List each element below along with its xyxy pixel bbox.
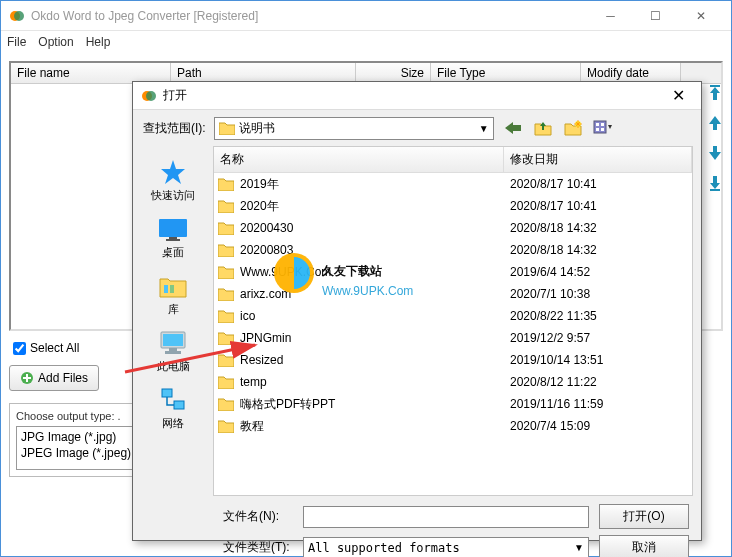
svg-rect-10	[601, 123, 604, 126]
file-date: 2019/10/14 13:51	[510, 353, 688, 367]
col-path[interactable]: Path	[171, 63, 356, 83]
svg-rect-14	[169, 237, 177, 239]
menubar: File Option Help	[1, 31, 731, 53]
folder-icon	[218, 419, 234, 433]
titlebar: Okdo Word to Jpeg Converter [Registered]…	[1, 1, 731, 31]
places-bar: 快速访问 桌面 库 此电脑 网络	[133, 146, 213, 496]
folder-icon	[218, 265, 234, 279]
reorder-arrows	[706, 84, 724, 192]
place-network[interactable]: 网络	[138, 382, 208, 435]
file-date: 2020/8/17 10:41	[510, 199, 688, 213]
file-row[interactable]: arixz.com2020/7/1 10:38	[214, 283, 692, 305]
file-row[interactable]: 2019年2020/8/17 10:41	[214, 173, 692, 195]
file-name: arixz.com	[240, 287, 510, 301]
file-date: 2019/12/2 9:57	[510, 331, 688, 345]
add-files-button[interactable]: Add Files	[9, 365, 99, 391]
move-top-icon[interactable]	[706, 84, 724, 102]
star-icon	[159, 158, 187, 186]
folder-icon	[218, 397, 234, 411]
folder-icon	[218, 199, 234, 213]
file-date: 2020/8/18 14:32	[510, 243, 688, 257]
col-size[interactable]: Size	[356, 63, 431, 83]
new-folder-button[interactable]	[562, 117, 584, 139]
up-folder-button[interactable]	[532, 117, 554, 139]
file-row[interactable]: temp2020/8/12 11:22	[214, 371, 692, 393]
svg-rect-23	[174, 401, 184, 409]
view-menu-button[interactable]	[592, 117, 614, 139]
file-row[interactable]: 教程2020/7/4 15:09	[214, 415, 692, 437]
file-name: 20200803	[240, 243, 510, 257]
file-date: 2019/11/16 11:59	[510, 397, 688, 411]
open-button[interactable]: 打开(O)	[599, 504, 689, 529]
menu-file[interactable]: File	[7, 35, 26, 49]
filelist-col-date[interactable]: 修改日期	[504, 147, 692, 172]
folder-icon	[218, 243, 234, 257]
menu-help[interactable]: Help	[86, 35, 111, 49]
col-filename[interactable]: File name	[11, 63, 171, 83]
file-date: 2020/8/12 11:22	[510, 375, 688, 389]
file-row[interactable]: 嗨格式PDF转PPT2019/11/16 11:59	[214, 393, 692, 415]
file-name: ico	[240, 309, 510, 323]
lookin-combo[interactable]: 说明书 ▼	[214, 117, 494, 140]
folder-icon	[218, 309, 234, 323]
dialog-titlebar: 打开 ✕	[133, 82, 701, 110]
maximize-button[interactable]: ☐	[633, 2, 678, 30]
file-row[interactable]: Www.9UPK.Com2019/6/4 14:52	[214, 261, 692, 283]
place-desktop[interactable]: 桌面	[138, 211, 208, 264]
cancel-button[interactable]: 取消	[599, 535, 689, 557]
svg-point-6	[146, 91, 156, 101]
filename-label: 文件名(N):	[223, 508, 293, 525]
svg-rect-16	[164, 285, 168, 293]
place-library[interactable]: 库	[138, 268, 208, 321]
svg-rect-13	[159, 219, 187, 237]
folder-icon	[218, 287, 234, 301]
file-row[interactable]: JPNGmin2019/12/2 9:57	[214, 327, 692, 349]
place-thispc[interactable]: 此电脑	[138, 325, 208, 378]
place-quick-access[interactable]: 快速访问	[138, 154, 208, 207]
close-button[interactable]: ✕	[678, 2, 723, 30]
svg-rect-17	[170, 285, 174, 293]
svg-rect-15	[166, 239, 180, 241]
col-filetype[interactable]: File Type	[431, 63, 581, 83]
file-row[interactable]: ico2020/8/22 11:35	[214, 305, 692, 327]
select-all-checkbox[interactable]: Select All	[9, 339, 124, 357]
folder-icon	[218, 177, 234, 191]
filename-input[interactable]	[303, 506, 589, 528]
back-button[interactable]	[502, 117, 524, 139]
library-icon	[158, 273, 188, 299]
move-bottom-icon[interactable]	[706, 174, 724, 192]
dialog-close-button[interactable]: ✕	[663, 86, 693, 105]
svg-rect-21	[165, 351, 181, 354]
file-date: 2019/6/4 14:52	[510, 265, 688, 279]
svg-rect-20	[169, 348, 177, 351]
menu-option[interactable]: Option	[38, 35, 73, 49]
dialog-toolbar: 查找范围(I): 说明书 ▼	[133, 110, 701, 146]
file-row[interactable]: Resized2019/10/14 13:51	[214, 349, 692, 371]
svg-rect-9	[596, 123, 599, 126]
folder-icon	[218, 331, 234, 345]
col-modify[interactable]: Modify date	[581, 63, 681, 83]
file-date: 2020/7/1 10:38	[510, 287, 688, 301]
folder-icon	[218, 221, 234, 235]
desktop-icon	[157, 217, 189, 241]
file-row[interactable]: 2020年2020/8/17 10:41	[214, 195, 692, 217]
dialog-bottom: 文件名(N): 打开(O) 文件类型(T): All supported for…	[133, 496, 701, 557]
svg-rect-22	[162, 389, 172, 397]
file-name: Www.9UPK.Com	[240, 265, 510, 279]
dialog-icon	[141, 88, 157, 104]
file-name: 20200430	[240, 221, 510, 235]
filelist-col-name[interactable]: 名称	[214, 147, 504, 172]
minimize-button[interactable]: ─	[588, 2, 633, 30]
computer-icon	[157, 330, 189, 356]
dropdown-arrow-icon: ▼	[574, 542, 584, 553]
file-row[interactable]: 202008032020/8/18 14:32	[214, 239, 692, 261]
folder-icon	[218, 353, 234, 367]
file-row[interactable]: 202004302020/8/18 14:32	[214, 217, 692, 239]
file-list-area: 名称 修改日期 2019年2020/8/17 10:412020年2020/8/…	[213, 146, 693, 496]
svg-rect-11	[596, 128, 599, 131]
move-up-icon[interactable]	[706, 114, 724, 132]
move-down-icon[interactable]	[706, 144, 724, 162]
select-all-input[interactable]	[13, 342, 26, 355]
file-list[interactable]: 2019年2020/8/17 10:412020年2020/8/17 10:41…	[214, 173, 692, 495]
filetype-combo[interactable]: All supported formats ▼	[303, 537, 589, 558]
